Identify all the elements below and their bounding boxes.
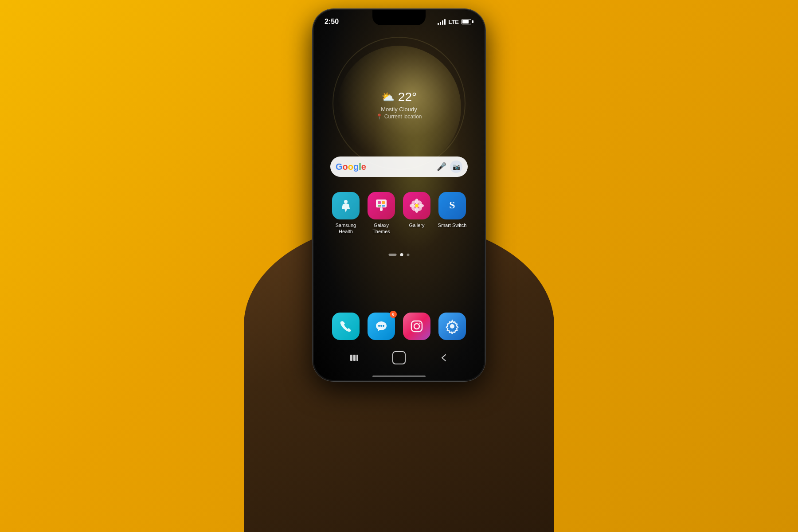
app-item-samsung-health[interactable]: Samsung Health	[330, 192, 361, 235]
svg-point-25	[450, 324, 454, 329]
svg-point-20	[380, 325, 382, 327]
app-item-galaxy-themes[interactable]: Galaxy Themes	[366, 192, 397, 235]
phone-inner: 2:50 LTE	[314, 10, 484, 380]
dock-item-instagram[interactable]	[401, 313, 432, 340]
svg-rect-1	[376, 200, 387, 207]
samsung-health-label: Samsung Health	[330, 222, 361, 235]
svg-rect-2	[378, 201, 381, 204]
messages-badge: 6	[390, 311, 397, 318]
battery-icon	[462, 19, 473, 24]
galaxy-themes-label: Galaxy Themes	[366, 222, 397, 235]
network-type: LTE	[448, 19, 459, 25]
messages-icon: 6	[368, 313, 395, 340]
gallery-label: Gallery	[409, 222, 425, 228]
location-pin-icon: 📍	[376, 113, 383, 120]
app-grid: Samsung Health	[330, 192, 468, 235]
phone-svg	[339, 319, 353, 333]
smart-switch-label: Smart Switch	[438, 222, 467, 228]
weather-widget: ⛅ 22° Mostly Cloudy 📍 Current location	[376, 90, 422, 120]
page-indicator-inactive	[407, 254, 410, 256]
samsung-health-icon	[332, 192, 360, 219]
camera-search-icon: 📷	[453, 163, 460, 170]
battery-fill	[462, 20, 469, 23]
app-item-smart-switch[interactable]: S Smart Switch	[437, 192, 468, 235]
back-button[interactable]	[435, 349, 453, 367]
app-item-gallery[interactable]: Gallery	[401, 192, 432, 235]
svg-point-0	[344, 200, 348, 203]
screen: 2:50 LTE	[314, 10, 484, 380]
weather-location: 📍 Current location	[376, 113, 422, 120]
microphone-icon[interactable]: 🎤	[437, 162, 446, 172]
themes-brush-svg	[373, 198, 389, 214]
messages-svg	[374, 319, 389, 334]
svg-rect-3	[382, 201, 385, 204]
svg-point-19	[378, 325, 380, 327]
dock-item-settings[interactable]	[437, 313, 468, 340]
phone-wrapper: 2:50 LTE	[313, 9, 485, 381]
google-g-blue2: g	[353, 162, 359, 172]
settings-icon	[438, 313, 466, 340]
home-button[interactable]	[390, 349, 408, 367]
svg-text:S: S	[449, 199, 455, 211]
page-indicators	[389, 253, 410, 256]
search-bar[interactable]: Google 🎤 📷	[330, 156, 468, 177]
notch	[372, 10, 426, 25]
dock-item-messages[interactable]: 6	[366, 313, 397, 340]
back-icon	[439, 353, 449, 363]
svg-rect-6	[380, 207, 383, 211]
status-icons: LTE	[438, 19, 473, 25]
weather-row: ⛅ 22°	[376, 90, 422, 104]
svg-point-21	[383, 325, 384, 327]
weather-temperature: 22°	[398, 90, 417, 104]
dock-area: 6	[330, 313, 468, 340]
weather-icon: ⛅	[381, 91, 395, 103]
lens-icon[interactable]: 📷	[450, 160, 462, 173]
recents-button[interactable]	[345, 349, 363, 367]
gallery-flower-svg	[409, 198, 425, 214]
signal-bar-1	[438, 23, 439, 25]
google-g-red2: e	[361, 162, 366, 172]
signal-bars-icon	[438, 19, 446, 25]
google-g-red: o	[343, 162, 348, 172]
google-g-blue: G	[336, 162, 343, 172]
svg-rect-26	[350, 355, 352, 361]
svg-rect-27	[353, 355, 356, 361]
svg-rect-22	[411, 321, 422, 332]
battery-body	[462, 19, 471, 24]
page-indicator-active	[400, 253, 403, 256]
battery-tip	[472, 20, 473, 23]
settings-svg	[445, 319, 460, 334]
svg-point-24	[419, 323, 421, 324]
signal-bar-3	[442, 20, 443, 25]
svg-point-23	[414, 324, 419, 329]
google-logo: Google	[336, 162, 366, 172]
status-time: 2:50	[325, 18, 339, 26]
google-g-yellow: o	[348, 162, 353, 172]
instagram-icon	[403, 313, 430, 340]
recents-icon	[349, 353, 359, 363]
galaxy-themes-icon	[368, 192, 395, 219]
svg-rect-5	[382, 205, 385, 207]
smart-switch-svg: S	[444, 198, 460, 214]
instagram-svg	[409, 319, 424, 334]
weather-description: Mostly Cloudy	[376, 106, 422, 113]
health-runner-svg	[338, 198, 353, 213]
home-icon	[392, 351, 406, 364]
svg-rect-4	[378, 205, 381, 207]
signal-bar-4	[444, 19, 446, 25]
signal-bar-2	[440, 22, 441, 25]
svg-point-16	[415, 204, 419, 207]
gallery-icon	[403, 192, 430, 219]
phone-outer: 2:50 LTE	[313, 9, 485, 381]
smart-switch-icon: S	[438, 192, 466, 219]
phone-call-icon	[332, 313, 360, 340]
nav-bar	[314, 340, 484, 376]
page-indicator-lines	[389, 254, 397, 256]
weather-location-text: Current location	[384, 113, 422, 120]
home-indicator	[372, 376, 426, 377]
svg-rect-28	[356, 355, 358, 361]
dock-item-phone[interactable]	[330, 313, 361, 340]
